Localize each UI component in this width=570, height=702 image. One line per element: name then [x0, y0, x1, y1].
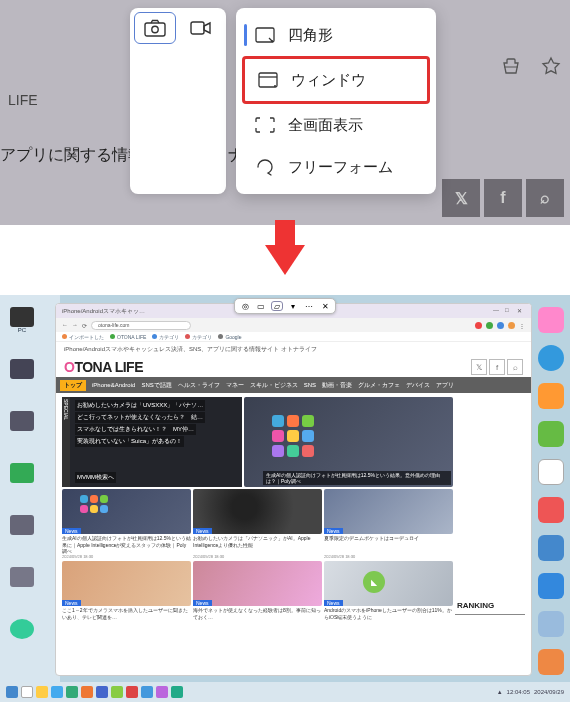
ext-icon[interactable] [508, 322, 515, 329]
back-icon[interactable]: ← [62, 322, 68, 328]
dropdown-item-freeform[interactable]: フリーフォーム [242, 146, 430, 188]
camera-icon[interactable]: ◎ [239, 301, 251, 311]
nav-item[interactable]: アプリ [436, 381, 454, 390]
bookmark-item[interactable]: インポートした [62, 334, 104, 340]
taskbar-icon[interactable] [96, 686, 108, 698]
more-icon[interactable]: ⋯ [303, 301, 315, 311]
close-icon[interactable]: ✕ [319, 301, 331, 311]
site-logo[interactable]: OTONA LIFE [64, 359, 143, 375]
ext-icon[interactable] [486, 322, 493, 329]
desktop-icon[interactable] [6, 567, 38, 605]
desktop-icon[interactable] [6, 359, 38, 397]
desktop-icon[interactable] [6, 411, 38, 449]
desktop-icon[interactable] [538, 611, 564, 637]
taskbar-icon[interactable] [156, 686, 168, 698]
taskbar-icon[interactable] [66, 686, 78, 698]
desktop-icon[interactable] [538, 307, 564, 333]
article-card[interactable]: News ここ1～2年でカメラスマホを購入したユーザーに聞きたいあり、テレビ関連… [62, 561, 191, 646]
desktop-icon[interactable] [538, 383, 564, 409]
tab-title[interactable]: iPhone/Androidスマホキャッ… [62, 307, 145, 316]
x-icon[interactable]: 𝕏 [442, 179, 480, 217]
article-card[interactable]: ◣ News AndroidのスマホをiPhoneしたユーザーの割合は11%。か… [324, 561, 453, 646]
hero-image[interactable]: 生成AIの個人認証向けフォトが社員採用は12.5%という結果。意外低めの理由は？… [244, 397, 453, 487]
search-icon[interactable]: ⌕ [526, 179, 564, 217]
desktop-icon[interactable] [538, 573, 564, 599]
search-icon[interactable]: ⌕ [507, 359, 523, 375]
desktop-icon[interactable] [538, 345, 564, 371]
headline[interactable]: お勧めしたいカメラは「UVSXXX」「パナソ… [75, 400, 205, 411]
dropdown-item-label: 全画面表示 [288, 116, 363, 135]
nav-item[interactable]: ヘルス・ライフ [178, 381, 220, 390]
url-input[interactable]: otona-life.com [91, 321, 191, 330]
hero-headlines[interactable]: SPECIAL お勧めしたいカメラは「UVSXXX」「パナソ… どこ行ってネット… [62, 397, 242, 487]
bookmark-item[interactable]: Google [218, 334, 241, 340]
ext-icon[interactable] [497, 322, 504, 329]
desktop-icon[interactable] [538, 497, 564, 523]
snipping-overlay[interactable]: ◎ ▭ ▱ ▾ ⋯ ✕ [234, 298, 336, 314]
card-badge: News [324, 528, 343, 534]
headline[interactable]: どこ行ってネットが使えなくなったら？ 結… [75, 412, 205, 423]
bookmark-item[interactable]: カテゴリ [185, 334, 212, 340]
article-card[interactable]: News 生成AIの個人認証向けフォトが社員採用は12.5%という結果に｜App… [62, 489, 191, 559]
x-icon[interactable]: 𝕏 [471, 359, 487, 375]
camera-mode-button[interactable] [134, 12, 176, 44]
taskbar-icon[interactable] [126, 686, 138, 698]
nav-item[interactable]: グルメ・カフェ [358, 381, 400, 390]
menu-icon[interactable]: ⋮ [519, 322, 525, 329]
taskbar-icon[interactable] [51, 686, 63, 698]
windows-taskbar[interactable]: ▲ 12:04:05 2024/09/29 [0, 682, 570, 702]
maximize-icon[interactable]: □ [505, 307, 513, 315]
dropdown-item-window[interactable]: ウィンドウ [242, 56, 430, 104]
taskbar-tray[interactable]: ▲ 12:04:05 2024/09/29 [497, 689, 564, 695]
tray-icon[interactable]: ▲ [497, 689, 503, 695]
forward-icon[interactable]: → [72, 322, 78, 328]
desktop-icon[interactable] [6, 463, 38, 501]
desktop-icon[interactable] [6, 515, 38, 553]
window-icon[interactable]: ▱ [271, 301, 283, 311]
taskbar-icon[interactable] [81, 686, 93, 698]
taskbar-icon[interactable] [141, 686, 153, 698]
close-icon[interactable]: ✕ [517, 307, 525, 315]
minimize-icon[interactable]: — [493, 307, 501, 315]
nav-item[interactable]: iPhone&Android [92, 382, 135, 388]
reload-icon[interactable]: ⟳ [82, 322, 87, 329]
video-icon[interactable]: ▭ [255, 301, 267, 311]
desktop-icon[interactable] [538, 459, 564, 485]
nav-item[interactable]: デバイス [406, 381, 430, 390]
extension-icon[interactable] [500, 55, 522, 77]
desktop-icon[interactable] [538, 421, 564, 447]
star-icon[interactable] [540, 55, 562, 77]
nav-item[interactable]: SNSで話題 [141, 381, 171, 390]
taskbar-icon[interactable] [171, 686, 183, 698]
article-card[interactable]: News 海外でネットが使えなくなった経験者は8割。事前に知っておく… [193, 561, 322, 646]
nav-item[interactable]: 動画・音楽 [322, 381, 352, 390]
dropdown-item-fullscreen[interactable]: 全画面表示 [242, 104, 430, 146]
dropdown-item-rectangle[interactable]: 四角形 [242, 14, 430, 56]
desktop-icon[interactable] [538, 649, 564, 675]
article-card[interactable]: News お勧めしたいカメラは「パナソニック」がAI。Apple Intelli… [193, 489, 322, 559]
taskbar-icon[interactable] [36, 686, 48, 698]
facebook-icon[interactable]: f [489, 359, 505, 375]
desktop-icon[interactable]: PC [6, 307, 38, 345]
video-mode-button[interactable] [180, 12, 222, 44]
nav-item[interactable]: スキル・ビジネス [250, 381, 298, 390]
nav-item[interactable]: マネー [226, 381, 244, 390]
headline[interactable]: スマホなしでは生きられない！？ MY仲… [75, 424, 196, 435]
taskbar-icon[interactable] [21, 686, 33, 698]
card-title: ここ1～2年でカメラスマホを購入したユーザーに聞きたいあり、テレビ関連を… [62, 606, 191, 626]
headline[interactable]: 実装現れていない「Suica」があるの！ [75, 436, 184, 447]
nav-item[interactable]: トップ [60, 380, 86, 391]
start-icon[interactable] [6, 686, 18, 698]
bookmark-item[interactable]: カテゴリ [152, 334, 179, 340]
headline-more[interactable]: MVMM検索へ [75, 472, 116, 483]
nav-item[interactable]: SNS [304, 382, 316, 388]
rectangle-icon [254, 24, 276, 46]
desktop-icon[interactable] [538, 535, 564, 561]
taskbar-icon[interactable] [111, 686, 123, 698]
bookmark-item[interactable]: OTONA LIFE [110, 334, 146, 340]
chevron-down-icon[interactable]: ▾ [287, 301, 299, 311]
desktop-icon[interactable] [6, 619, 38, 657]
ext-icon[interactable] [475, 322, 482, 329]
facebook-icon[interactable]: f [484, 179, 522, 217]
article-card[interactable]: News 夏季限定のデニムポケットはコーデュロイ 2024/09/28 18:3… [324, 489, 453, 559]
